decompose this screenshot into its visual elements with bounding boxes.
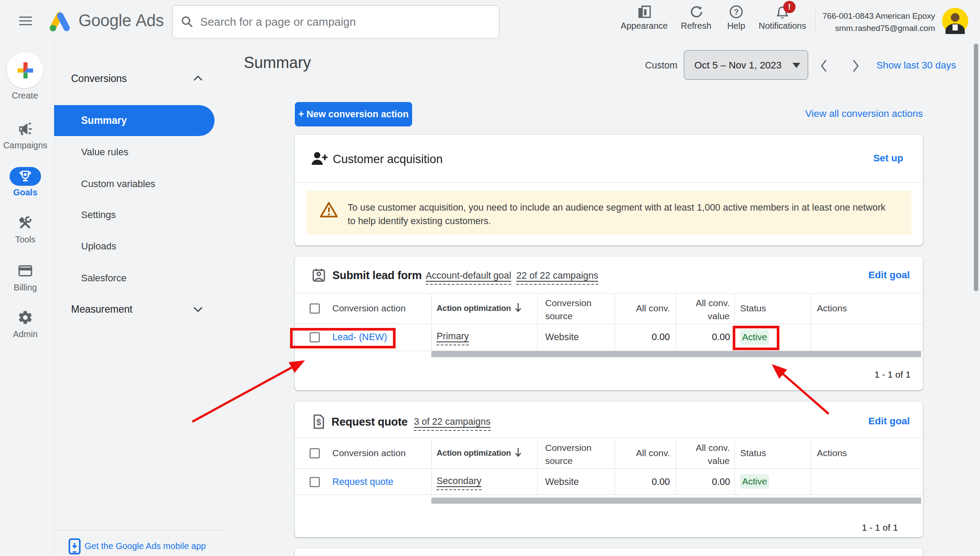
- svg-text:?: ?: [734, 7, 738, 17]
- svg-text:$: $: [317, 417, 321, 427]
